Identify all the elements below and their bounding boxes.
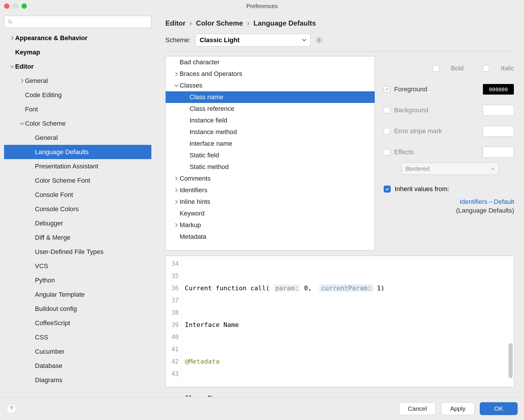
tree-item[interactable]: Interface name (166, 138, 375, 150)
tree-item-label: Inline hints (180, 198, 210, 206)
sidebar-item[interactable]: Python (4, 273, 151, 287)
window-close-button[interactable] (4, 3, 9, 9)
tree-item[interactable]: Instance method (166, 126, 375, 138)
foreground-swatch[interactable]: 000000 (483, 84, 514, 95)
sidebar-item[interactable]: CoffeeScript (4, 316, 151, 330)
cancel-button[interactable]: Cancel (399, 402, 436, 415)
tree-item[interactable]: Markup (166, 219, 375, 231)
scrollbar-thumb[interactable] (509, 343, 513, 378)
inherit-sub: (Language Defaults) (384, 207, 514, 214)
attributes-panel: Bold Italic ✓ Foreground 000000 Backgrou… (384, 56, 514, 250)
sidebar-item[interactable]: VCS (4, 259, 151, 273)
tree-item[interactable]: Bad character (166, 56, 375, 68)
sidebar-item[interactable]: Color Scheme (4, 116, 151, 131)
sidebar-item[interactable]: Console Font (4, 188, 151, 202)
inherit-checkbox[interactable] (384, 186, 391, 193)
line-number: 34 (166, 258, 182, 270)
sidebar-item[interactable]: Presentation Assistant (4, 159, 151, 173)
tree-item[interactable]: Instance field (166, 115, 375, 126)
inherit-link[interactable]: Identifiers→Default (384, 198, 514, 206)
code-text: 0, (300, 284, 316, 292)
tree-item[interactable]: Static field (166, 150, 375, 161)
effects-checkbox[interactable] (384, 149, 390, 155)
sidebar-item-label: Cucumber (35, 348, 64, 355)
element-tree: Bad characterBraces and OperatorsClasses… (165, 56, 375, 250)
sidebar-item-label: Language Defaults (35, 148, 89, 156)
gear-icon[interactable] (315, 36, 323, 44)
help-icon: ? (10, 405, 13, 412)
sidebar-item[interactable]: Angular Template (4, 287, 151, 302)
sidebar-item[interactable]: Diff & Merge (4, 230, 151, 245)
tree-item[interactable]: Static method (166, 161, 375, 173)
chevron-right-icon (173, 177, 180, 181)
tree-item-label: Instance field (190, 117, 227, 124)
chevron-right-icon (173, 188, 180, 192)
svg-point-0 (8, 20, 11, 23)
tree-item[interactable]: Keyword (166, 208, 375, 219)
sidebar-item-label: User-Defined File Types (35, 248, 104, 256)
tree-item-label: Static method (190, 163, 229, 171)
tree-item[interactable]: Comments (166, 173, 375, 184)
svg-line-1 (11, 22, 12, 24)
tree-item[interactable]: Class name (166, 91, 375, 103)
effects-type-select[interactable]: Bordered (401, 163, 499, 175)
background-swatch[interactable] (483, 105, 514, 116)
tree-item[interactable]: Braces and Operators (166, 68, 375, 80)
nav-tree: Appearance & BehaviorKeymapEditorGeneral… (4, 31, 151, 397)
tree-item[interactable]: Classes (166, 80, 375, 91)
tree-item[interactable]: Metadata (166, 231, 375, 243)
bold-label: Bold (451, 65, 464, 72)
sidebar-item[interactable]: CSS (4, 330, 151, 344)
divider (165, 51, 514, 51)
sidebar: Appearance & BehaviorKeymapEditorGeneral… (0, 12, 155, 397)
background-checkbox[interactable] (384, 107, 390, 113)
tree-item[interactable]: Inline hints (166, 196, 375, 208)
bottom-bar: ? Cancel Apply OK (0, 397, 524, 420)
error-stripe-swatch[interactable] (483, 126, 514, 137)
sidebar-item[interactable]: Keymap (4, 45, 151, 59)
sidebar-item[interactable]: Database (4, 359, 151, 373)
window-zoom-button[interactable] (22, 3, 27, 9)
sidebar-item[interactable]: Font (4, 102, 151, 116)
sidebar-item-label: CoffeeScript (35, 319, 70, 327)
sidebar-item[interactable]: Buildout config (4, 302, 151, 316)
sidebar-item-label: Keymap (15, 49, 40, 56)
line-number: 43 (166, 368, 182, 380)
line-number: 35 (166, 270, 182, 282)
sidebar-item[interactable]: Cucumber (4, 344, 151, 359)
window-minimize-button[interactable] (13, 3, 18, 9)
tree-item[interactable]: Identifiers (166, 184, 375, 196)
apply-button[interactable]: Apply (441, 402, 475, 415)
sidebar-item[interactable]: General (4, 131, 151, 145)
sidebar-item[interactable]: Language Defaults (4, 145, 151, 159)
breadcrumb-color-scheme[interactable]: Color Scheme (196, 19, 243, 27)
chevron-down-icon (173, 84, 180, 87)
foreground-checkbox[interactable]: ✓ (384, 86, 390, 92)
sidebar-item[interactable]: Console Colors (4, 202, 151, 216)
sidebar-item-label: Database (35, 362, 62, 370)
sidebar-item[interactable]: General (4, 74, 151, 88)
help-button[interactable]: ? (6, 404, 16, 414)
bold-checkbox[interactable] (433, 65, 439, 72)
svg-point-2 (318, 39, 320, 41)
tree-item[interactable]: Class reference (166, 103, 375, 115)
scheme-label: Scheme: (165, 36, 191, 44)
code-preview[interactable]: 34353637383940414243 Current function ca… (165, 256, 514, 387)
search-input[interactable] (4, 16, 151, 28)
italic-checkbox[interactable] (483, 65, 489, 72)
sidebar-item-label: Appearance & Behavior (15, 34, 87, 42)
sidebar-item-label: Angular Template (35, 291, 85, 298)
effects-swatch[interactable] (483, 147, 514, 158)
sidebar-item[interactable]: Code Editing (4, 88, 151, 102)
sidebar-item[interactable]: Editor (4, 59, 151, 74)
breadcrumb-editor[interactable]: Editor (165, 19, 185, 27)
tree-item-label: Classes (180, 82, 202, 89)
sidebar-item[interactable]: Debugger (4, 216, 151, 230)
sidebar-item[interactable]: Color Scheme Font (4, 173, 151, 188)
sidebar-item[interactable]: User-Defined File Types (4, 245, 151, 259)
sidebar-item[interactable]: Appearance & Behavior (4, 31, 151, 45)
error-stripe-checkbox[interactable] (384, 128, 390, 134)
ok-button[interactable]: OK (480, 402, 518, 415)
scheme-select[interactable]: Classic Light (195, 34, 311, 47)
sidebar-item[interactable]: Diagrams (4, 373, 151, 387)
